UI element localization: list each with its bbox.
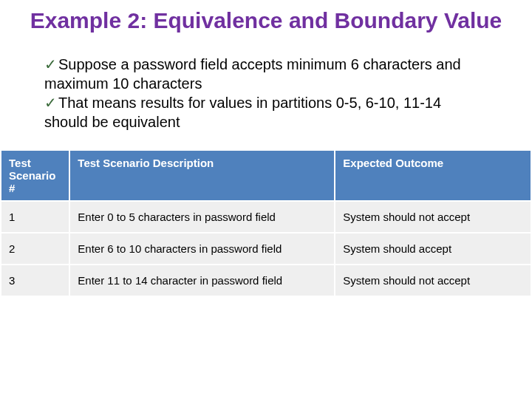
scenario-table: Test Scenario # Test Scenario Descriptio… [0,149,532,297]
table-header-row: Test Scenario # Test Scenario Descriptio… [1,150,531,201]
header-scenario-num: Test Scenario # [1,150,69,201]
cell-desc: Enter 0 to 5 characters in password fiel… [69,201,335,233]
cell-desc: Enter 6 to 10 characters in password fie… [69,233,335,265]
cell-desc: Enter 11 to 14 character in password fie… [69,265,335,296]
check-icon: ✓ [44,95,57,111]
header-scenario-desc: Test Scenario Description [69,150,335,201]
header-expected-outcome: Expected Outcome [335,150,531,201]
cell-num: 3 [1,265,69,296]
bullet-item: ✓Suppose a password field accepts minimu… [44,55,488,93]
table-row: 1 Enter 0 to 5 characters in password fi… [1,201,531,233]
bullet-list: ✓Suppose a password field accepts minimu… [0,49,532,149]
bullet-item: ✓That means results for values in partit… [44,93,488,132]
cell-num: 1 [1,201,69,233]
table-row: 2 Enter 6 to 10 characters in password f… [1,233,531,265]
cell-out: System should not accept [335,201,531,233]
cell-out: System should not accept [335,265,531,296]
bullet-text: Suppose a password field accepts minimum… [44,56,461,92]
page-title: Example 2: Equivalence and Boundary Valu… [0,7,532,49]
cell-num: 2 [1,233,69,265]
slide: Example 2: Equivalence and Boundary Valu… [0,0,532,399]
cell-out: System should accept [335,233,531,265]
bullet-text: That means results for values in partiti… [44,95,441,130]
check-icon: ✓ [44,56,57,72]
table-row: 3 Enter 11 to 14 character in password f… [1,265,531,296]
